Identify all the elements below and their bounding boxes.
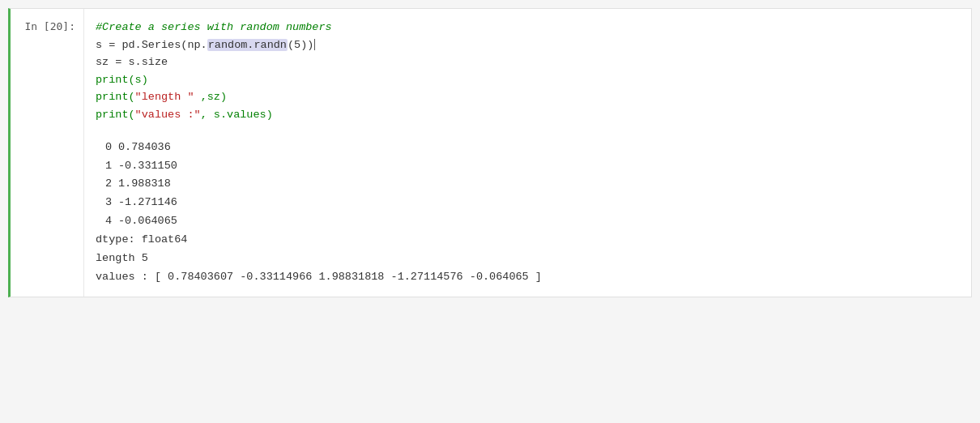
comment-text: #Create a series with random numbers [96, 21, 332, 33]
cursor [314, 39, 315, 50]
code-line-2: sz = s.size [96, 53, 960, 71]
cell-content[interactable]: #Create a series with random numbers s =… [83, 9, 971, 297]
code-area: #Create a series with random numbers s =… [96, 19, 960, 124]
highlight-random: random.randn [207, 39, 288, 51]
output-value: 1.988318 [118, 175, 171, 194]
code-text: print( [96, 91, 135, 103]
code-text: s = pd.Series(np. [96, 39, 207, 51]
output-value: -0.331150 [118, 157, 177, 176]
code-line-3: print(s) [96, 71, 960, 89]
code-line-1: s = pd.Series(np.random.randn(5)) [96, 36, 960, 54]
code-text: print( [96, 109, 135, 121]
output-value: -1.271146 [118, 194, 177, 212]
code-text: print(s) [96, 74, 148, 86]
string-text: "values :" [135, 109, 201, 121]
code-text: sz = s.size [96, 56, 168, 68]
output-index: 1 [96, 157, 112, 176]
output-value: -0.064065 [118, 212, 177, 231]
output-area: 0 0.784036 1 -0.331150 2 1.988318 3 -1.2… [96, 139, 960, 288]
notebook-cell: In [20]: #Create a series with random nu… [8, 8, 972, 297]
output-index: 0 [96, 139, 112, 157]
output-value: 0.784036 [118, 139, 171, 157]
output-length: length 5 [96, 250, 960, 268]
output-row-2: 2 1.988318 [96, 175, 960, 194]
code-text: (5)) [288, 39, 313, 51]
code-line-4: print("length " ,sz) [96, 88, 960, 106]
output-row-4: 4 -0.064065 [96, 212, 960, 231]
output-index: 3 [96, 194, 112, 212]
code-line-5: print("values :", s.values) [96, 106, 960, 124]
cell-label: In [20]: [11, 9, 83, 297]
code-text: ,sz) [194, 91, 228, 103]
output-row-1: 1 -0.331150 [96, 157, 960, 176]
output-index: 2 [96, 175, 112, 194]
string-text: "length " [135, 91, 194, 103]
code-comment-line: #Create a series with random numbers [96, 19, 960, 36]
output-dtype: dtype: float64 [96, 231, 960, 250]
output-row-0: 0 0.784036 [96, 139, 960, 157]
output-values: values : [ 0.78403607 -0.33114966 1.9883… [96, 268, 960, 287]
output-row-3: 3 -1.271146 [96, 194, 960, 212]
output-index: 4 [96, 212, 112, 231]
code-text: , s.values) [201, 109, 273, 121]
